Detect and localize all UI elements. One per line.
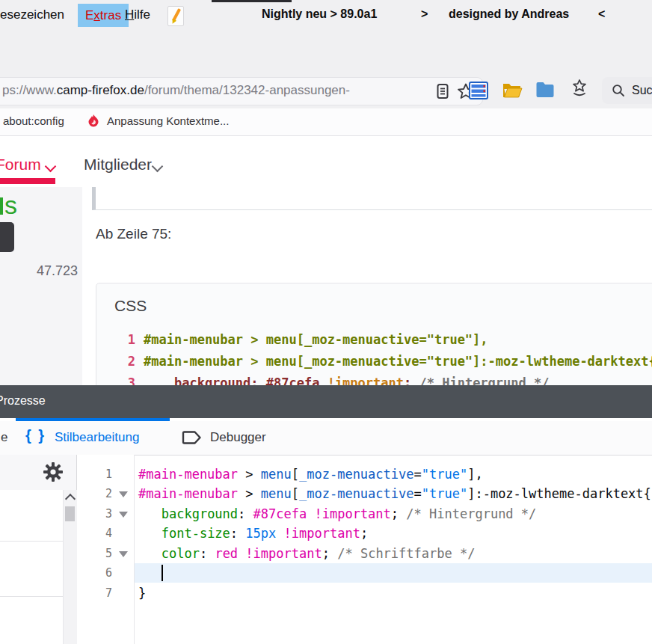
style-editor-toolbar (0, 455, 77, 491)
editor-line[interactable]: #main-menubar > menu[_moz-menuactive="tr… (135, 484, 652, 503)
search-field[interactable]: Suchen (602, 77, 652, 104)
sidebar-text-clipped-stroke (0, 197, 3, 215)
title-separator: > (421, 7, 428, 21)
flame-icon[interactable] (86, 114, 101, 129)
fold-marker-icon[interactable] (119, 551, 128, 557)
url-text[interactable]: ps://www.camp-firefox.de/forum/thema/132… (2, 83, 421, 98)
title-arrow: < (598, 7, 605, 21)
star-tray-icon[interactable] (570, 79, 588, 99)
article-code-block: CSS 1#main-menubar > menu[_moz-menuactiv… (96, 283, 652, 389)
tab-style-editor[interactable]: Stilbearbeitung (55, 430, 139, 445)
code-line: 2#main-menubar > menu[_moz-menuactive="t… (96, 351, 652, 372)
tile-windows-icon[interactable] (469, 82, 488, 99)
tab-fragment[interactable]: e (1, 430, 7, 445)
search-text: Suchen (632, 84, 652, 97)
quote-box-bottom (92, 187, 652, 210)
gutter-row: 5 (77, 544, 133, 564)
gutter-row: 7 (77, 583, 133, 604)
open-folder-icon[interactable] (502, 81, 523, 99)
gear-icon[interactable] (43, 461, 64, 482)
debugger-tag-icon (182, 430, 203, 445)
menu-bookmarks[interactable]: esezeichen (0, 7, 64, 22)
window-title-theme: designed by Andreas (449, 7, 569, 21)
menu-hilfe[interactable]: Hilfe (125, 7, 150, 22)
site-tab-forum[interactable]: Forum (0, 156, 41, 174)
editor-line[interactable]: } (135, 583, 652, 603)
fold-marker-icon[interactable] (119, 512, 128, 518)
url-fade (374, 78, 419, 103)
list-scrollbar[interactable] (63, 490, 77, 644)
code-block-title: CSS (114, 297, 147, 315)
text-cursor (162, 565, 163, 581)
bookmark-about-config[interactable]: about:config (3, 114, 64, 127)
gutter-row: 3 (77, 504, 133, 524)
scrollbar-thumb[interactable] (65, 506, 75, 521)
editor-line[interactable]: color: red !important; /* Schriftfarbe *… (135, 544, 652, 563)
sidebar-text-fragment: s (4, 191, 17, 220)
scroll-up-icon[interactable] (65, 494, 76, 504)
devtools-tabbar: e { } Stilbearbeitung Debugger (0, 421, 652, 456)
tab-debugger[interactable]: Debugger (210, 430, 266, 445)
devtools-header[interactable]: Prozesse (0, 385, 652, 418)
folder-icon[interactable] (535, 81, 555, 99)
fold-marker-icon[interactable] (119, 491, 128, 497)
editor-active-line[interactable] (135, 563, 652, 583)
editor-line[interactable]: #main-menubar > menu[_moz-menuactive="tr… (135, 464, 652, 484)
url-bar[interactable]: ps://www.camp-firefox.de/forum/thema/132… (0, 77, 483, 105)
window-title-version: Nightly neu > 89.0a1 (262, 7, 377, 21)
gutter-row: 1 (77, 464, 133, 485)
editor-line[interactable]: background: #87cefa !important; /* Hinte… (135, 504, 652, 524)
sidebar-count: 47.723 (36, 263, 78, 279)
list-divider (0, 541, 63, 542)
search-icon (612, 84, 625, 97)
editor-code-area[interactable]: #main-menubar > menu[_moz-menuactive="tr… (135, 455, 652, 644)
code-line: 1#main-menubar > menu[_moz-menuactive="t… (96, 329, 652, 351)
pencil-note-icon[interactable] (167, 6, 184, 26)
screen: esezeichen Extras Hilfe Nightly neu > 89… (0, 0, 652, 644)
editor-gutter: 1 2 3 4 5 6 7 (77, 455, 135, 644)
list-divider (0, 596, 63, 597)
gutter-row: 4 (77, 524, 133, 544)
active-tab-underline (0, 178, 55, 184)
bookmark-anpassung[interactable]: Anpassung Kontextme... (107, 114, 229, 127)
menu-extras[interactable]: Extras (78, 4, 129, 27)
devtools-window-title: Prozesse (0, 394, 46, 408)
editor-line[interactable]: font-size: 15px !important; (135, 524, 652, 543)
article-lead: Ab Zeile 75: (96, 226, 171, 242)
devtools-panel: Prozesse e { } Stilbearbeitung Debugger (0, 385, 652, 644)
window-edge-strip (212, 0, 292, 2)
braces-icon: { } (25, 427, 46, 444)
sidebar-dark-button[interactable] (0, 222, 14, 252)
site-tab-mitglieder[interactable]: Mitglieder (84, 156, 152, 174)
gutter-row: 6 (77, 563, 133, 583)
gutter-row: 2 (77, 484, 133, 504)
reader-mode-icon[interactable] (437, 84, 449, 99)
